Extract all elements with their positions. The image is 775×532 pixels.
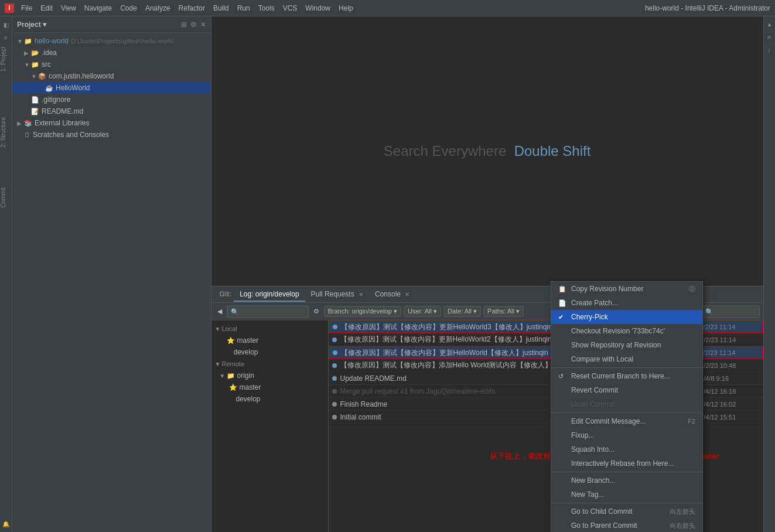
tree-arrow-idea: ▶ [24,50,31,56]
tree-arrow-extlibs: ▶ [17,120,24,127]
settings-btn[interactable]: ⚙ [190,21,197,29]
menu-refactor[interactable]: Refactor [175,3,209,13]
tree-arrow-hello-world: ▼ [17,38,24,45]
gitignore-icon: 📄 [31,96,39,104]
tree-item-scratches[interactable]: 🗒 Scratches and Consoles [12,129,211,141]
branch-origin-folder[interactable]: ▼ 📁 origin [211,370,328,381]
menu-build[interactable]: Build [210,3,233,13]
ctx-create-patch[interactable]: 📄 Create Patch... [551,296,702,310]
git-tab-log[interactable]: Log: origin/develop [234,288,305,302]
rt-btn-1[interactable]: ▲ [764,19,774,29]
rt-btn-3[interactable]: ↕ [764,45,774,55]
ctx-fixup[interactable]: Fixup... [551,428,702,442]
close-console-btn[interactable]: ✕ [405,291,409,298]
menu-code[interactable]: Code [117,3,141,13]
tree-item-helloworld[interactable]: ☕ HelloWorld [12,82,211,94]
reset-icon: ↺ [558,373,569,380]
date-selector[interactable]: Date: All ▾ [443,306,481,317]
tree-label-readme: README.md [42,107,83,115]
menu-vcs[interactable]: VCS [279,3,301,13]
git-back-btn[interactable]: ◀ [215,306,224,316]
commit-dot-3 [333,350,337,355]
hide-panel-btn[interactable]: ✕ [200,21,206,29]
close-pullrequests-btn[interactable]: ✕ [359,291,363,298]
ctx-goto-parent[interactable]: Go to Parent Commit 向右箭头 [551,519,702,532]
commit-dot-6 [332,389,337,394]
ctx-show-repo[interactable]: Show Repository at Revision [551,338,702,352]
tree-item-extlibs[interactable]: ▶ 📚 External Libraries [12,117,211,129]
ctx-undo-commit: Undo Commit... [551,397,702,411]
structure-btn[interactable]: ≡ [0,32,12,43]
package-icon: 📦 [38,73,46,80]
project-view-btn[interactable]: ◧ [0,19,12,30]
tree-item-package[interactable]: ▼ 📦 com.justin.helloworld [12,70,211,82]
menu-file[interactable]: File [18,3,36,13]
branch-master-remote[interactable]: ⭐ master [211,381,328,393]
ctx-compare-local[interactable]: Compare with Local [551,352,702,366]
tree-label-extlibs: External Libraries [35,119,89,127]
ctx-checkout-revision[interactable]: Checkout Revision '733bc74c' [551,324,702,338]
user-selector[interactable]: User: All ▾ [404,306,441,317]
git-filter-input[interactable] [701,305,760,318]
ctx-squash[interactable]: Squash Into... [551,442,702,456]
menu-window[interactable]: Window [302,3,334,13]
ctx-cherry-pick[interactable]: ✔ Cherry-Pick [551,310,702,324]
branch-section-remote[interactable]: ▼ Remote [211,358,328,370]
paths-selector[interactable]: Paths: All ▾ [483,306,524,317]
editor-area: Search Everywhere Double Shift [211,16,763,286]
tree-item-src[interactable]: ▼ 📁 src [12,59,211,70]
tree-item-readme[interactable]: 📝 README.md [12,105,211,117]
tree-label-scratches: Scratches and Consoles [33,131,109,139]
ctx-new-branch[interactable]: New Branch... [551,473,702,487]
branch-section-local[interactable]: ▼ Local [211,323,328,335]
app-icon: I [5,4,14,13]
project-tree: ▼ 📁 hello-world D:\Justin\Projects\githu… [12,33,211,532]
menu-run[interactable]: Run [234,3,254,13]
tree-label-package: com.justin.helloworld [49,72,114,80]
tree-label-src: src [42,60,51,69]
menu-analyze[interactable]: Analyze [142,3,174,13]
menu-view[interactable]: View [57,3,80,13]
notifications-btn[interactable]: 🔔 [0,518,12,530]
ctx-goto-child[interactable]: Go to Child Commit 向左箭头 [551,504,702,519]
ctx-reset-branch[interactable]: ↺ Reset Current Branch to Here... [551,369,702,383]
ctx-new-tag[interactable]: New Tag... [551,487,702,502]
tree-item-hello-world[interactable]: ▼ 📁 hello-world D:\Justin\Projects\githu… [12,35,211,47]
commit-dot-2 [332,337,337,342]
rt-btn-2[interactable]: ≡ [764,32,774,42]
collapse-all-btn[interactable]: ⊞ [181,21,187,29]
tree-label-gitignore: .gitignore [42,96,70,104]
branch-develop-remote[interactable]: develop [211,393,328,405]
branch-master-local[interactable]: ⭐ master [211,335,328,346]
git-settings-btn[interactable]: ⚙ [311,306,322,316]
window-title: hello-world - IntelliJ IDEA - Administra… [645,4,770,12]
ctx-edit-commit-msg[interactable]: Edit Commit Message... F2 [551,414,702,428]
extlibs-icon: 📚 [24,120,32,127]
tree-item-idea[interactable]: ▶ 📂 .idea [12,47,211,59]
menu-help[interactable]: Help [335,3,357,13]
menu-tools[interactable]: Tools [255,3,278,13]
ctx-revert-commit[interactable]: Revert Commit [551,383,702,397]
patch-icon: 📄 [558,299,569,307]
tree-arrow-gitignore [24,97,31,103]
git-search-input[interactable] [227,305,309,318]
branch-selector[interactable]: Branch: origin/develop ▾ [324,306,402,317]
git-tab-console[interactable]: Console ✕ [369,288,415,302]
tree-label-hello-world: hello-world [35,37,69,45]
branch-develop-local[interactable]: develop [211,346,328,358]
commit-btn[interactable]: ↑ [0,45,12,56]
ctx-rebase[interactable]: Interactively Rebase from Here... [551,456,702,470]
git-tab-pullrequests[interactable]: Pull Requests ✕ [305,288,369,302]
tree-arrow-readme [24,108,31,115]
ctx-sep-1 [551,367,702,368]
idea-icon: 📂 [31,49,39,57]
ctx-copy-revision[interactable]: 📋 Copy Revision Number ⓪ [551,282,702,296]
left-icon-strip: ◧ ≡ ↑ 🔔 1: Project 2: Structure Commit [0,16,12,532]
tree-arrow-helloworld [38,85,45,91]
tree-item-gitignore[interactable]: 📄 .gitignore [12,94,211,105]
ctx-sep-3 [551,472,702,472]
project-panel-title: Project ▾ [17,21,181,29]
menu-edit[interactable]: Edit [37,3,56,13]
menu-navigate[interactable]: Navigate [81,3,115,13]
copy-icon: 📋 [558,285,569,293]
